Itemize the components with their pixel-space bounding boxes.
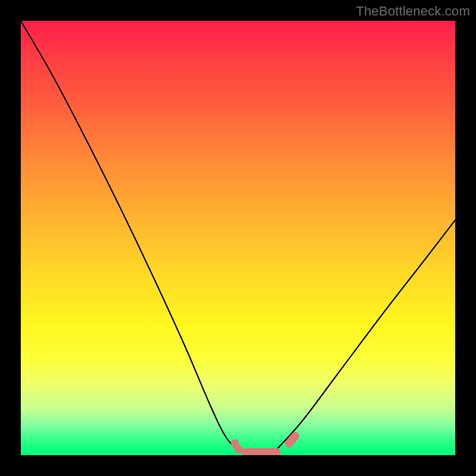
attribution-label: TheBottleneck.com <box>356 4 470 19</box>
marker-capsule <box>289 436 295 443</box>
bottleneck-curve <box>21 21 455 454</box>
plot-area <box>21 21 455 455</box>
marker-dot <box>234 445 243 453</box>
chart-svg <box>21 21 455 455</box>
curve-markers <box>231 436 295 453</box>
chart-frame: TheBottleneck.com <box>0 0 476 476</box>
